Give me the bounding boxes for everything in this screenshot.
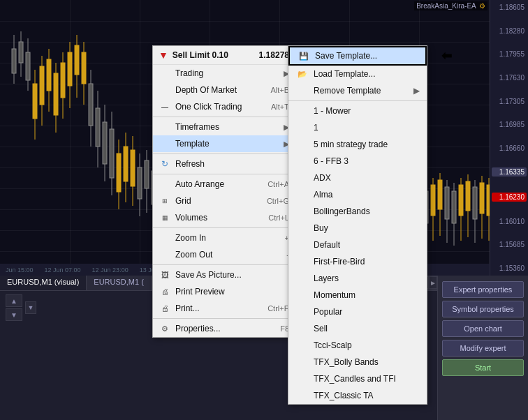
scroll-down-btn[interactable]: ▼ <box>6 308 22 321</box>
ea-label: BreakAsia_Kira-EA ⚙ <box>414 1 487 10</box>
zoom-in-shortcut: + <box>271 234 289 242</box>
submenu-tfx-bolly[interactable]: TFX_Bolly Bands <box>288 354 427 370</box>
submenu-tfx-candles[interactable]: TFX_Candles and TFI <box>288 370 427 387</box>
nav-right[interactable]: ► <box>429 276 437 289</box>
properties-shortcut: F8 <box>266 324 289 333</box>
buy-icon <box>295 223 309 234</box>
zoom-out-icon <box>159 249 171 260</box>
sub-divider <box>288 100 427 101</box>
print-shortcut: Ctrl+P <box>254 304 289 313</box>
submenu-buy[interactable]: Buy <box>288 220 427 237</box>
tab-eurusd[interactable]: EURUSD,M1 ( <box>87 276 152 290</box>
submenu-popular[interactable]: Popular <box>288 303 427 320</box>
submenu-ffb3[interactable]: 6 - FFB 3 <box>288 153 427 170</box>
submenu-tcci[interactable]: Tcci-Scalp <box>288 337 427 354</box>
grid-label: Grid <box>175 196 191 206</box>
svg-rect-19 <box>75 45 79 75</box>
menu-one-click[interactable]: — One Click Trading Alt+T <box>153 98 295 115</box>
submenu-save-template[interactable]: 💾 Save Template... ⬅ <box>288 46 427 66</box>
time-label-3: 12 Jun 23:00 <box>87 267 134 273</box>
submenu-bollinger[interactable]: BollingerBands <box>288 203 427 220</box>
price-11: 1.15685 <box>492 241 527 248</box>
load-template-label: Load Template... <box>314 69 376 79</box>
tfx-classic-label: TFX_Classic TA <box>314 391 374 400</box>
submenu-default[interactable]: Default <box>288 237 427 253</box>
properties-label: Properties... <box>175 324 221 333</box>
volumes-label: Volumes <box>175 213 207 223</box>
scroll-up-btn[interactable]: ▲ <box>6 294 22 307</box>
submenu-remove-template[interactable]: Remove Template ▶ <box>288 82 427 99</box>
tfx-candles-icon <box>295 373 309 384</box>
dropdown-btn[interactable]: ▼ <box>25 301 36 314</box>
menu-properties[interactable]: ⚙ Properties... F8 <box>153 320 295 337</box>
auto-arrange-label: Auto Arrange <box>175 179 224 189</box>
template-label: Template <box>175 139 210 149</box>
bollinger-label: BollingerBands <box>314 207 370 216</box>
submenu-layers[interactable]: Layers <box>288 270 427 287</box>
svg-rect-1 <box>12 49 16 73</box>
modify-expert-btn[interactable]: Modify expert <box>442 340 524 357</box>
menu-zoom-out[interactable]: Zoom Out - <box>153 246 295 263</box>
menu-timeframes[interactable]: Timeframes ▶ <box>153 119 295 135</box>
submenu-tfx-classic[interactable]: TFX_Classic TA <box>288 387 427 404</box>
svg-rect-11 <box>47 59 51 91</box>
load-template-icon: 📂 <box>295 68 309 80</box>
menu-save-picture[interactable]: 🖼 Save As Picture... <box>153 267 295 283</box>
template-icon <box>159 138 171 149</box>
open-chart-btn[interactable]: Open chart <box>442 320 524 337</box>
menu-trading[interactable]: Trading ▶ <box>153 65 295 82</box>
menu-auto-arrange[interactable]: Auto Arrange Ctrl+A <box>153 176 295 193</box>
menu-print-preview[interactable]: 🖨 Print Preview <box>153 283 295 300</box>
svg-rect-133 <box>473 187 477 219</box>
price-3: 1.17955 <box>492 50 527 58</box>
first-fire-bird-icon <box>295 256 309 267</box>
save-picture-label: Save As Picture... <box>175 270 242 280</box>
menu-volumes[interactable]: ▦ Volumes Ctrl+L <box>153 209 295 226</box>
divider-6 <box>153 318 295 319</box>
svg-rect-37 <box>138 167 142 199</box>
depth-shortcut: Alt+B <box>256 86 289 94</box>
price-4: 1.17630 <box>492 74 527 82</box>
svg-rect-23 <box>89 84 93 126</box>
submenu-alma[interactable]: Alma <box>288 186 427 203</box>
tab-eurusd-visual[interactable]: EURUSD,M1 (visual) <box>0 276 87 290</box>
sell-template-icon <box>295 323 309 334</box>
price-10: 1.16010 <box>492 218 527 225</box>
svg-rect-3 <box>19 42 23 63</box>
price-7: 1.16660 <box>492 144 527 152</box>
svg-rect-17 <box>68 52 72 86</box>
svg-rect-131 <box>466 181 470 211</box>
submenu-momentum[interactable]: Momentum <box>288 287 427 303</box>
svg-rect-29 <box>110 129 114 178</box>
menu-depth-of-market[interactable]: Depth Of Market Alt+B <box>153 82 295 98</box>
menu-zoom-in[interactable]: Zoom In + <box>153 230 295 246</box>
grid-shortcut: Ctrl+G <box>253 197 289 205</box>
save-template-icon: 💾 <box>297 50 311 61</box>
submenu-mower[interactable]: 1 - Mower <box>288 103 427 119</box>
submenu-strategy-trade[interactable]: 5 min strategy trade <box>288 136 427 153</box>
adx-icon <box>295 172 309 183</box>
menu-template[interactable]: Template ▶ <box>153 135 295 152</box>
submenu-adx[interactable]: ADX <box>288 170 427 186</box>
print-preview-icon: 🖨 <box>159 286 171 297</box>
tfx-classic-icon <box>295 390 309 401</box>
depth-label: Depth Of Market <box>175 85 237 95</box>
alma-label: Alma <box>314 190 332 200</box>
divider-1 <box>153 117 295 117</box>
remove-template-label: Remove Template <box>314 86 381 96</box>
start-btn[interactable]: Start <box>442 359 524 376</box>
menu-refresh[interactable]: ↻ Refresh <box>153 156 295 172</box>
submenu-load-template[interactable]: 📂 Load Template... <box>288 66 427 82</box>
submenu-one[interactable]: 1 <box>288 119 427 136</box>
submenu-first-fire-bird[interactable]: First-Fire-Bird <box>288 253 427 270</box>
first-fire-bird-label: First-Fire-Bird <box>314 257 365 267</box>
price-12: 1.15360 <box>492 264 527 272</box>
symbol-properties-btn[interactable]: Symbol properties <box>442 301 524 317</box>
context-menu-main: ▼ Sell Limit 0.10 1.18278 Trading ▶ Dept… <box>152 45 295 338</box>
menu-print[interactable]: 🖨 Print... Ctrl+P <box>153 300 295 317</box>
menu-grid[interactable]: ⊞ Grid Ctrl+G <box>153 193 295 209</box>
submenu-sell[interactable]: Sell <box>288 320 427 337</box>
expert-properties-btn[interactable]: Expert properties <box>442 281 524 298</box>
strategy-icon <box>295 139 309 150</box>
svg-rect-33 <box>124 147 128 181</box>
